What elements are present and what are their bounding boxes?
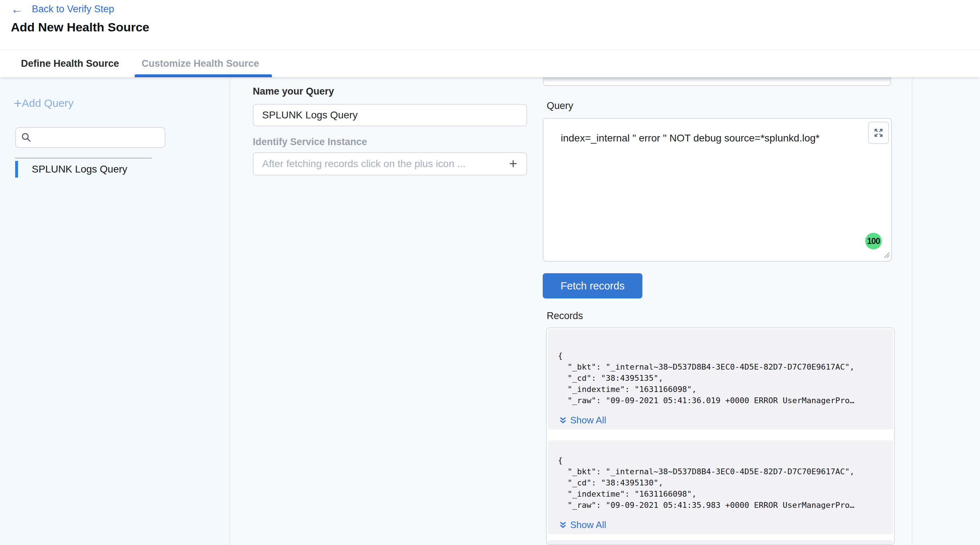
sidebar-divider [15, 158, 152, 159]
query-sidebar: + Add Query SPLUNK Logs Query [0, 77, 231, 545]
page-header: ← Back to Verify Step Add New Health Sou… [0, 0, 980, 49]
query-item-label: SPLUNK Logs Query [32, 164, 127, 175]
search-icon [21, 132, 32, 143]
add-query-button[interactable]: + Add Query [14, 96, 74, 110]
record-json-line: "_raw": "09-09-2021 05:41:36.019 +0000 E… [558, 395, 886, 406]
clipped-input-above[interactable] [543, 77, 891, 86]
record-card: { "_bkt": "_internal~38~D537D8B4-3EC0-4D… [548, 440, 893, 534]
plus-icon: + [14, 96, 22, 110]
records-label: Records [547, 310, 583, 322]
show-all-label: Show All [570, 520, 606, 531]
record-json-line: { [558, 455, 886, 466]
service-instance-input[interactable] [253, 152, 527, 175]
show-all-link[interactable]: Show All [559, 415, 606, 426]
record-json-line: "_raw": "09-09-2021 05:41:35.983 +0000 E… [558, 499, 886, 511]
tab-define-health-source[interactable]: Define Health Source [21, 50, 119, 77]
show-all-link[interactable]: Show All [559, 520, 606, 531]
double-chevron-down-icon [559, 521, 566, 529]
back-arrow-icon: ← [11, 3, 23, 15]
double-chevron-down-icon [559, 416, 566, 424]
query-editor: index=_internal " error " NOT debug sour… [543, 118, 892, 262]
query-search-input[interactable] [35, 132, 156, 144]
textarea-resize-handle[interactable] [883, 251, 890, 260]
expand-query-button[interactable] [868, 122, 889, 144]
records-panel: { "_bkt": "_internal~38~D537D8B4-3EC0-4D… [546, 327, 895, 545]
selected-indicator-bar [15, 161, 18, 178]
record-json-line: "_cd": "38:4395130", [558, 477, 886, 488]
back-link-label: Back to Verify Step [32, 3, 114, 15]
query-label: Query [547, 100, 573, 111]
back-link[interactable]: ← Back to Verify Step [11, 3, 114, 15]
service-instance-field: + [253, 152, 527, 175]
record-json-line: { [558, 350, 886, 361]
fetch-records-button[interactable]: Fetch records [543, 273, 643, 299]
query-textarea[interactable]: index=_internal " error " NOT debug sour… [543, 118, 892, 262]
query-search-box [15, 127, 165, 148]
identify-service-instance-label: Identify Service Instance [253, 137, 367, 148]
right-column-divider [912, 77, 913, 545]
record-count-badge: 100 [865, 233, 882, 249]
record-json-line: "_cd": "38:4395135", [558, 372, 886, 384]
record-json-line: "_bkt": "_internal~38~D537D8B4-3EC0-4D5E… [558, 361, 886, 372]
show-all-label: Show All [570, 415, 606, 426]
record-json-line: "_bkt": "_internal~38~D537D8B4-3EC0-4D5E… [558, 466, 886, 477]
active-tab-underline [135, 74, 272, 77]
sidebar-item-splunk-logs-query[interactable]: SPLUNK Logs Query [15, 161, 127, 178]
tab-bar: Define Health Source Customize Health So… [0, 49, 980, 77]
record-card [548, 540, 893, 545]
record-card: { "_bkt": "_internal~38~D537D8B4-3EC0-4D… [548, 329, 893, 429]
expand-icon [873, 127, 884, 138]
name-query-label: Name your Query [253, 86, 334, 97]
record-json-line: "_indextime": "1631166098", [558, 488, 886, 499]
tab-customize-health-source[interactable]: Customize Health Source [142, 50, 259, 77]
record-json-line: "_indextime": "1631166098", [558, 384, 886, 395]
add-query-label: Add Query [22, 97, 73, 110]
page-title: Add New Health Source [11, 20, 150, 34]
query-name-input[interactable] [253, 104, 527, 126]
add-service-instance-plus-icon[interactable]: + [505, 155, 522, 172]
